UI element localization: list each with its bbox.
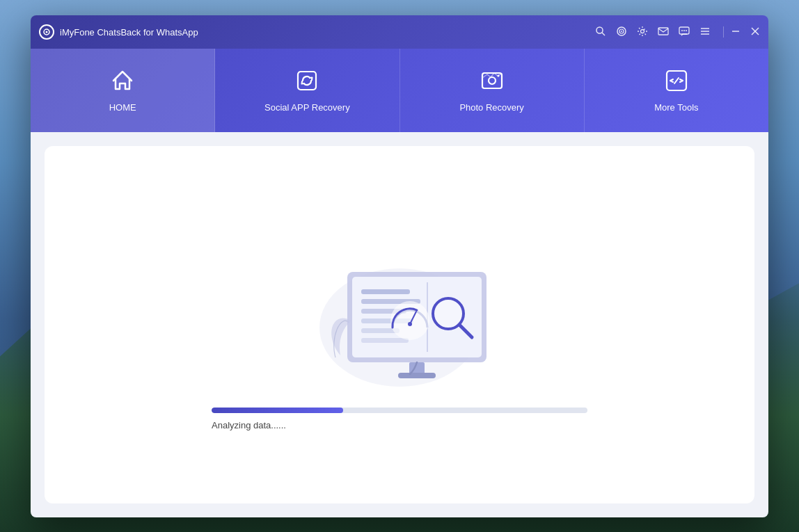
illustration [274,220,525,387]
nav-item-more-tools[interactable]: More Tools [585,49,768,132]
svg-point-2 [596,27,603,33]
close-button[interactable] [750,26,760,38]
search-icon[interactable] [595,26,606,38]
progress-area: Analyzing data...... [212,408,587,430]
svg-point-35 [390,301,429,340]
nav-item-home[interactable]: HOME [31,49,215,132]
nav-home-label: HOME [109,102,136,113]
svg-rect-41 [398,373,436,378]
navigation-bar: HOME Social APP Recovery [31,49,768,132]
svg-point-7 [641,30,644,33]
app-window: iMyFone ChatsBack for WhatsApp [31,15,768,517]
svg-point-10 [681,30,683,31]
nav-item-photo-recovery[interactable]: Photo Recovery [400,49,585,132]
svg-rect-19 [298,72,316,90]
svg-rect-33 [361,338,409,343]
progress-bar-fill [212,408,343,413]
home-icon [110,68,135,97]
nav-social-label: Social APP Recovery [264,102,350,113]
target-icon[interactable] [616,26,627,38]
photo-recovery-icon [480,68,505,97]
more-tools-icon [664,68,689,97]
menu-icon[interactable] [699,26,711,38]
app-title: iMyFone ChatsBack for WhatsApp [60,27,595,38]
nav-photo-label: Photo Recovery [459,102,524,113]
svg-point-12 [686,30,687,31]
svg-point-11 [683,30,685,31]
content-card: Analyzing data...... [45,146,754,503]
svg-point-6 [621,31,622,32]
settings-icon[interactable] [637,26,648,38]
progress-bar-container [212,408,587,413]
svg-rect-28 [361,289,410,294]
svg-line-24 [674,78,679,83]
title-bar: iMyFone ChatsBack for WhatsApp [31,15,768,49]
email-icon[interactable] [658,26,669,38]
minimize-button[interactable] [731,26,741,38]
divider [723,26,724,38]
toolbar-icons [595,26,727,38]
progress-label: Analyzing data...... [212,420,286,430]
app-logo [39,24,54,40]
window-controls [731,26,760,38]
svg-point-37 [408,322,412,326]
svg-line-3 [602,33,605,35]
svg-point-1 [46,31,48,33]
svg-rect-8 [658,28,668,35]
nav-tools-label: More Tools [654,102,698,113]
svg-point-21 [489,77,496,84]
chat-icon[interactable] [679,26,690,38]
main-content: Analyzing data...... [31,132,768,517]
social-recovery-icon [294,68,319,97]
nav-item-social-recovery[interactable]: Social APP Recovery [215,49,400,132]
